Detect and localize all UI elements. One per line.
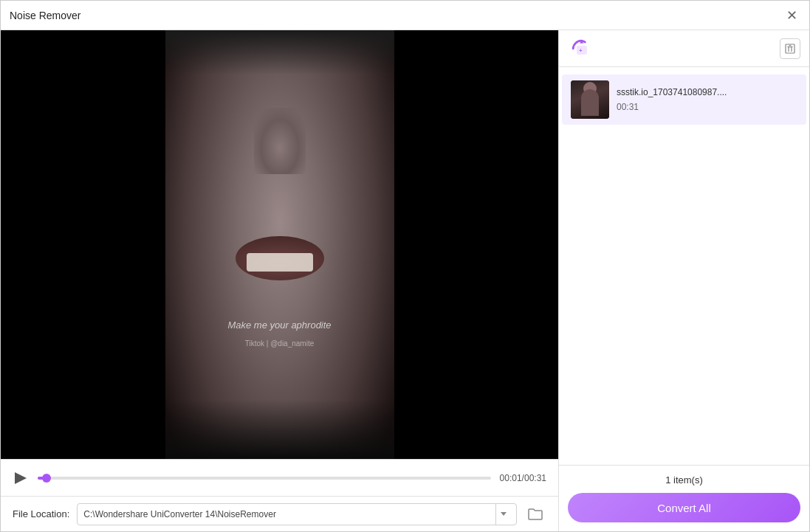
items-count: 1 item(s) (665, 474, 703, 486)
progress-thumb[interactable] (42, 474, 51, 483)
nose-graphic (254, 108, 306, 174)
app-logo: + (568, 35, 594, 62)
play-button[interactable] (13, 470, 29, 486)
clear-icon (785, 44, 795, 54)
title-bar: Noise Remover ✕ (1, 1, 809, 30)
folder-button[interactable] (524, 503, 546, 525)
right-bottom: 1 item(s) Convert All (559, 465, 809, 531)
time-display: 00:01/00:31 (500, 473, 546, 483)
file-name: ssstik.io_1703741080987.... (617, 87, 797, 97)
file-location-input[interactable]: C:\Wondershare UniConverter 14\NoiseRemo… (77, 503, 517, 525)
file-item[interactable]: ssstik.io_1703741080987.... 00:31 (562, 75, 806, 125)
folder-icon (528, 508, 543, 521)
video-preview: Make me your aphrodite Tiktok | @dia_nam… (1, 30, 558, 459)
file-info: ssstik.io_1703741080987.... 00:31 (617, 87, 797, 112)
file-duration: 00:31 (617, 102, 797, 112)
hair-bottom (165, 400, 394, 459)
window-title: Noise Remover (10, 10, 80, 21)
video-area: Make me your aphrodite Tiktok | @dia_nam… (1, 30, 558, 459)
player-controls: 00:01/00:31 (1, 459, 558, 496)
file-location-path: C:\Wondershare UniConverter 14\NoiseRemo… (83, 509, 495, 519)
svg-text:+: + (579, 47, 582, 54)
hair-top (165, 30, 394, 75)
progress-track[interactable] (38, 477, 491, 480)
close-button[interactable]: ✕ (783, 7, 800, 24)
chevron-down-icon (501, 512, 507, 516)
teeth-graphic (247, 253, 313, 272)
left-panel: Make me your aphrodite Tiktok | @dia_nam… (1, 30, 558, 531)
file-location-bar: File Location: C:\Wondershare UniConvert… (1, 496, 558, 531)
clear-all-button[interactable] (780, 38, 800, 59)
thumb-figure (581, 89, 599, 116)
file-location-label: File Location: (13, 508, 69, 519)
face-graphic (165, 30, 394, 459)
convert-all-button[interactable]: Convert All (568, 493, 800, 522)
thumb-graphic (571, 80, 609, 119)
file-location-dropdown[interactable] (495, 504, 510, 525)
main-window: Noise Remover ✕ Make me your aphrodite T… (0, 0, 810, 532)
content-area: Make me your aphrodite Tiktok | @dia_nam… (1, 30, 809, 531)
file-list: ssstik.io_1703741080987.... 00:31 (559, 67, 809, 465)
right-panel: + (558, 30, 809, 531)
right-toolbar: + (559, 30, 809, 67)
file-thumbnail (571, 80, 609, 119)
play-icon (15, 472, 27, 484)
